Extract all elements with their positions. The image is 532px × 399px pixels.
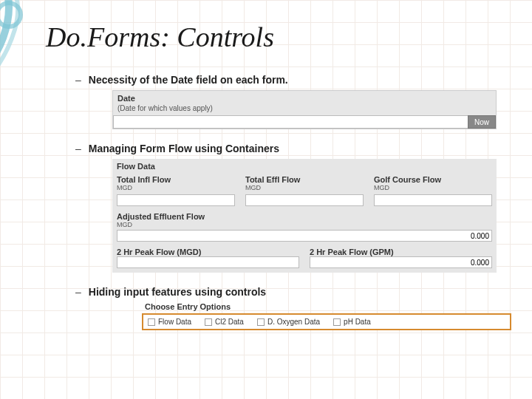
- infl-flow-input[interactable]: [117, 194, 235, 206]
- date-input[interactable]: [113, 115, 468, 129]
- slide-title: Do.Forms: Controls: [46, 21, 517, 53]
- bullet-dash-icon: –: [75, 286, 81, 298]
- col-unit: MGD: [374, 184, 492, 191]
- checkbox-icon[interactable]: [205, 318, 212, 326]
- col-label: Total Effl Flow: [245, 175, 364, 184]
- bullet-text: Hiding input features using controls: [89, 286, 266, 298]
- adjusted-flow-input[interactable]: [117, 230, 492, 242]
- date-label: Date: [113, 91, 496, 104]
- peak-mgd-label: 2 Hr Peak Flow (MGD): [117, 248, 299, 256]
- adjusted-label: Adjusted Effluent Flow: [117, 212, 492, 221]
- col-unit: MGD: [117, 184, 235, 191]
- option-label: Flow Data: [158, 318, 191, 326]
- choose-title: Choose Entry Options: [145, 302, 511, 311]
- effl-flow-input[interactable]: [245, 194, 364, 206]
- choose-bar: Flow Data Cl2 Data D. Oxygen Data pH Dat…: [142, 313, 511, 330]
- adjusted-unit: MGD: [117, 221, 492, 228]
- figure-choose: Choose Entry Options Flow Data Cl2 Data …: [142, 302, 517, 330]
- checkbox-icon[interactable]: [148, 318, 155, 326]
- bullet-dash-icon: –: [75, 143, 81, 154]
- slide-content: Do.Forms: Controls – Necessity of the Da…: [46, 21, 517, 344]
- bullet-containers: – Managing Form Flow using Containers: [75, 143, 517, 154]
- bullet-hiding-controls: – Hiding input features using controls: [75, 286, 517, 298]
- option-flow-data[interactable]: Flow Data: [148, 318, 191, 326]
- option-label: D. Oxygen Data: [267, 318, 320, 326]
- bullet-text: Necessity of the Date field on each form…: [89, 74, 288, 86]
- figure-flow: Flow Data Total Infl Flow MGD Total Effl…: [112, 159, 517, 273]
- checkbox-icon[interactable]: [257, 318, 265, 326]
- option-label: pH Data: [344, 318, 371, 326]
- now-button[interactable]: Now: [468, 115, 496, 129]
- col-label: Total Infl Flow: [117, 175, 235, 184]
- peak-gpm-label: 2 Hr Peak Flow (GPM): [310, 248, 492, 256]
- bullet-dash-icon: –: [75, 74, 81, 86]
- flow-section-title: Flow Data: [117, 162, 492, 171]
- checkbox-icon[interactable]: [333, 318, 341, 326]
- bullet-text: Managing Form Flow using Containers: [89, 143, 279, 154]
- option-label: Cl2 Data: [215, 318, 244, 326]
- peak-gpm-input[interactable]: [310, 256, 492, 268]
- option-ph-data[interactable]: pH Data: [333, 318, 371, 326]
- option-cl2-data[interactable]: Cl2 Data: [205, 318, 244, 326]
- bullet-date-field: – Necessity of the Date field on each fo…: [75, 74, 517, 86]
- peak-mgd-input[interactable]: [117, 256, 299, 268]
- figure-date: Date (Date for which values apply) Now: [112, 90, 517, 129]
- col-label: Golf Course Flow: [374, 175, 492, 184]
- golf-flow-input[interactable]: [374, 194, 492, 206]
- col-unit: MGD: [245, 184, 364, 191]
- option-d-oxygen-data[interactable]: D. Oxygen Data: [257, 318, 320, 326]
- date-sublabel: (Date for which values apply): [113, 104, 496, 115]
